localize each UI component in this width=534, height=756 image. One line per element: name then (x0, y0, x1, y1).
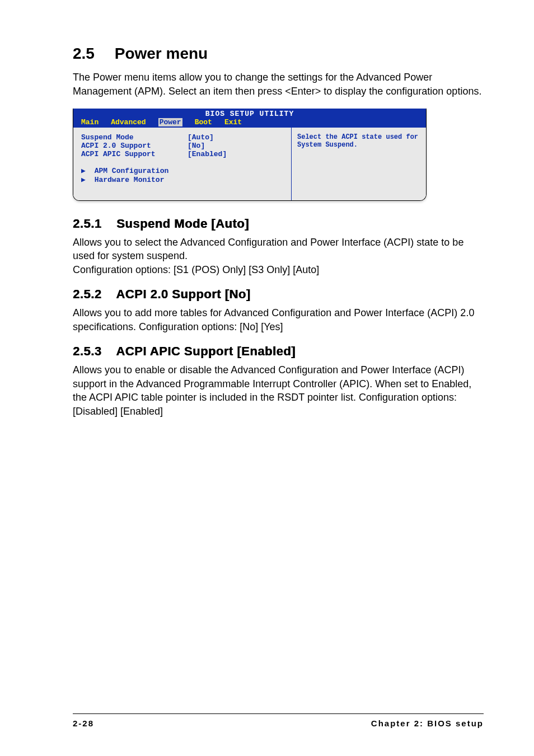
bios-help-text: Select the ACPI state used for System Su… (297, 133, 418, 149)
bios-help-panel: Select the ACPI state used for System Su… (291, 128, 426, 200)
subsection-para: Configuration options: [S1 (POS) Only] [… (73, 263, 484, 277)
bios-left-panel: Suspend Mode [Auto] ACPI 2.0 Support [No… (73, 128, 291, 200)
bios-item-acpi20[interactable]: ACPI 2.0 Support [No] (81, 142, 288, 150)
bios-submenu-hwmonitor[interactable]: ▶ Hardware Monitor (81, 175, 288, 184)
subsection-para: Allows you to select the Advanced Config… (73, 236, 484, 264)
section-heading: 2.5 Power menu (73, 45, 484, 63)
page-container: 2.5 Power menu The Power menu items allo… (0, 0, 534, 756)
bios-submenu-label: Hardware Monitor (95, 176, 165, 184)
bios-tab-power[interactable]: Power (158, 118, 182, 126)
subsection-number: 2.5.1 (73, 217, 101, 231)
bios-item-value: [No] (188, 142, 205, 150)
section-title: Power menu (115, 45, 208, 62)
bios-body: Suspend Mode [Auto] ACPI 2.0 Support [No… (73, 128, 426, 200)
bios-submenus: ▶ APM Configuration ▶ Hardware Monitor (81, 166, 288, 184)
bios-item-label: ACPI 2.0 Support (81, 142, 188, 150)
subsection-title: ACPI APIC Support [Enabled] (116, 344, 296, 358)
bios-header: BIOS SETUP UTILITY Main Advanced Power B… (73, 109, 426, 128)
bios-tab-boot[interactable]: Boot (195, 118, 212, 126)
chapter-label: Chapter 2: BIOS setup (371, 719, 484, 728)
triangle-right-icon: ▶ (81, 176, 86, 184)
triangle-right-icon: ▶ (81, 167, 86, 175)
bios-submenu-apm[interactable]: ▶ APM Configuration (81, 166, 288, 175)
subsection-para: Allows you to add more tables for Advanc… (73, 306, 484, 334)
bios-item-acpi-apic[interactable]: ACPI APIC Support [Enabled] (81, 150, 288, 158)
subsection-para: Allows you to enable or disable the Adva… (73, 363, 484, 419)
subsection-number: 2.5.3 (73, 344, 101, 358)
subsection-title: ACPI 2.0 Support [No] (116, 287, 250, 301)
bios-screenshot: BIOS SETUP UTILITY Main Advanced Power B… (73, 109, 427, 201)
bios-tab-main[interactable]: Main (81, 118, 99, 126)
section-number: 2.5 (73, 45, 95, 62)
subsection-number: 2.5.2 (73, 287, 101, 301)
bios-tab-advanced[interactable]: Advanced (111, 118, 146, 126)
page-footer: 2-28 Chapter 2: BIOS setup (73, 713, 484, 728)
subsection-title: Suspend Mode [Auto] (116, 217, 249, 231)
subsection-heading-253: 2.5.3 ACPI APIC Support [Enabled] (73, 344, 484, 359)
bios-item-label: ACPI APIC Support (81, 150, 188, 158)
bios-tabs: Main Advanced Power Boot Exit (73, 118, 426, 126)
page-number: 2-28 (73, 719, 94, 728)
bios-item-suspend-mode[interactable]: Suspend Mode [Auto] (81, 133, 288, 142)
subsection-heading-251: 2.5.1 Suspend Mode [Auto] (73, 217, 484, 231)
subsection-heading-252: 2.5.2 ACPI 2.0 Support [No] (73, 287, 484, 302)
bios-item-value: [Enabled] (188, 150, 227, 158)
bios-title: BIOS SETUP UTILITY (73, 110, 426, 118)
bios-item-label: Suspend Mode (81, 133, 188, 142)
bios-tab-exit[interactable]: Exit (224, 118, 242, 126)
bios-item-value: [Auto] (188, 133, 214, 142)
bios-submenu-label: APM Configuration (95, 167, 169, 175)
section-intro: The Power menu items allow you to change… (73, 71, 484, 98)
